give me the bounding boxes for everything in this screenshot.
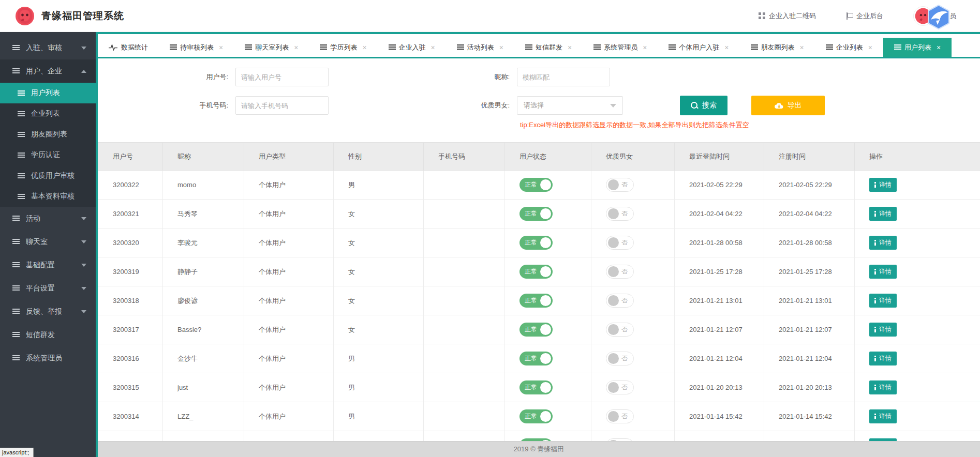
tab-chatroom-list[interactable]: 聊天室列表 × [234, 38, 309, 57]
sidebar-item-feedback-report[interactable]: 反馈、举报 [0, 300, 96, 323]
tab-close-icon[interactable]: × [431, 43, 435, 52]
export-button[interactable]: 导出 [751, 96, 825, 115]
status-toggle[interactable]: 正常 [519, 236, 553, 250]
sidebar-item-label: 基本资料审核 [31, 192, 75, 201]
tab-close-icon[interactable]: × [937, 43, 941, 52]
sidebar-item-quality-user-review[interactable]: 优质用户审核 [0, 165, 96, 186]
status-toggle[interactable]: 正常 [519, 178, 553, 192]
detail-button[interactable]: 详情 [869, 265, 897, 279]
sidebar-item-label: 用户、企业 [26, 67, 62, 76]
quality-toggle[interactable]: 否 [606, 380, 634, 394]
nickname-input[interactable] [517, 68, 610, 86]
tab-enterprise-entry[interactable]: 企业入驻 × [378, 38, 446, 57]
sidebar-item-label: 短信群发 [26, 330, 55, 340]
sidebar-item-yonghu-qiye[interactable]: 用户、企业 [0, 59, 96, 83]
sidebar-item-basic-info-review[interactable]: 基本资料审核 [0, 186, 96, 207]
tab-system-admin[interactable]: 系统管理员 × [583, 38, 658, 57]
detail-button[interactable]: 详情 [869, 294, 897, 308]
sidebar-item-activity[interactable]: 活动 [0, 207, 96, 230]
sidebar-item-platform-settings[interactable]: 平台设置 [0, 277, 96, 300]
tab-close-icon[interactable]: × [643, 43, 647, 52]
sidebar-item-basic-config[interactable]: 基础配置 [0, 253, 96, 277]
status-toggle[interactable]: 正常 [519, 409, 553, 423]
tab-close-icon[interactable]: × [800, 43, 804, 52]
col-phone: 手机号码 [424, 143, 505, 171]
status-toggle-label: 正常 [525, 296, 537, 305]
detail-button[interactable]: 详情 [869, 207, 897, 221]
quality-toggle[interactable]: 否 [606, 236, 634, 250]
user-menu[interactable]: 管理员 [913, 6, 956, 26]
status-toggle[interactable]: 正常 [519, 207, 553, 221]
tab-bar: 数据统计 待审核列表 × 聊天室列表 × 学历列表 × 企业入驻 × [98, 32, 980, 58]
tab-sms-broadcast[interactable]: 短信群发 × [514, 38, 583, 57]
sidebar-item-user-list[interactable]: 用户列表 [0, 83, 96, 103]
detail-button[interactable]: 详情 [869, 352, 897, 365]
menu-list-icon [12, 309, 20, 314]
toggle-knob [608, 237, 619, 248]
tab-label: 短信群发 [536, 43, 562, 52]
status-toggle[interactable]: 正常 [519, 265, 553, 279]
cell-last-login: 2021-01-25 17:28 [675, 257, 764, 286]
tab-activity-list[interactable]: 活动列表 × [446, 38, 514, 57]
cell-gender: 女 [334, 200, 424, 229]
detail-button[interactable]: 详情 [869, 380, 897, 394]
status-toggle[interactable]: 正常 [519, 294, 553, 308]
search-button[interactable]: 搜索 [680, 96, 727, 115]
quality-toggle[interactable]: 否 [606, 352, 634, 365]
cell-last-login: 2021-01-21 12:04 [675, 344, 764, 373]
phone-input[interactable] [235, 96, 329, 115]
quality-toggle[interactable]: 否 [606, 265, 634, 279]
sidebar-item-ruzhu-shenhe[interactable]: 入驻、审核 [0, 36, 96, 59]
enterprise-backend-link[interactable]: 企业后台 [846, 11, 883, 21]
user-no-input[interactable] [235, 68, 329, 86]
sidebar-item-system-admin[interactable]: 系统管理员 [0, 346, 96, 370]
tab-moments-list[interactable]: 朋友圈列表 × [740, 38, 815, 57]
tab-close-icon[interactable]: × [362, 43, 366, 52]
tab-individual-user-entry[interactable]: 个体用户入驻 × [658, 38, 739, 57]
menu-list-icon [18, 153, 25, 158]
list-icon [389, 44, 395, 50]
quality-toggle[interactable]: 否 [606, 207, 634, 221]
tab-close-icon[interactable]: × [724, 43, 729, 52]
cell-gender: 女 [334, 229, 424, 257]
quality-toggle[interactable]: 否 [606, 409, 634, 423]
sidebar-group-users-enterprise: 用户、企业 用户列表 企业列表 朋友圈列表 学历认证 优质用户审核 [0, 59, 96, 207]
quality-select[interactable]: 请选择 [517, 96, 623, 115]
tab-user-list[interactable]: 用户列表 × [883, 38, 952, 57]
quality-toggle-label: 否 [621, 238, 628, 247]
detail-button[interactable]: 详情 [869, 323, 897, 337]
quality-toggle[interactable]: 否 [606, 294, 634, 308]
detail-button[interactable]: 详情 [869, 236, 897, 250]
detail-button[interactable]: 详情 [869, 409, 897, 423]
list-icon [826, 44, 833, 50]
quality-toggle[interactable]: 否 [606, 178, 634, 192]
sidebar-item-sms-broadcast[interactable]: 短信群发 [0, 323, 96, 346]
tab-close-icon[interactable]: × [499, 43, 503, 52]
sidebar-item-chatroom[interactable]: 聊天室 [0, 230, 96, 253]
sidebar-item-moments-list[interactable]: 朋友圈列表 [0, 124, 96, 145]
sidebar-item-label: 优质用户审核 [31, 171, 75, 180]
cell-user-id: 3200319 [98, 257, 163, 286]
detail-button-label: 详情 [879, 354, 892, 363]
tab-pending-review-list[interactable]: 待审核列表 × [159, 38, 234, 57]
status-toggle[interactable]: 正常 [519, 323, 553, 337]
tab-education-list[interactable]: 学历列表 × [309, 38, 377, 57]
tab-data-stats[interactable]: 数据统计 [98, 38, 159, 57]
tab-close-icon[interactable]: × [868, 43, 872, 52]
tab-close-icon[interactable]: × [568, 43, 572, 52]
toggle-knob [608, 382, 619, 393]
quality-toggle[interactable]: 否 [606, 323, 634, 337]
status-toggle[interactable]: 正常 [519, 352, 553, 365]
phone-label: 手机号码: [98, 101, 228, 110]
enterprise-qrcode-link[interactable]: 企业入驻二维码 [759, 11, 816, 21]
sidebar-item-education-cert[interactable]: 学历认证 [0, 145, 96, 165]
tab-enterprise-list[interactable]: 企业列表 × [815, 38, 883, 57]
list-icon [525, 44, 532, 50]
tab-close-icon[interactable]: × [294, 43, 298, 52]
cell-nickname: 金沙牛 [163, 344, 244, 373]
sidebar-item-enterprise-list[interactable]: 企业列表 [0, 103, 96, 124]
chevron-down-icon [610, 104, 616, 108]
detail-button[interactable]: 详情 [869, 178, 897, 192]
status-toggle[interactable]: 正常 [519, 380, 553, 394]
tab-close-icon[interactable]: × [219, 43, 223, 52]
